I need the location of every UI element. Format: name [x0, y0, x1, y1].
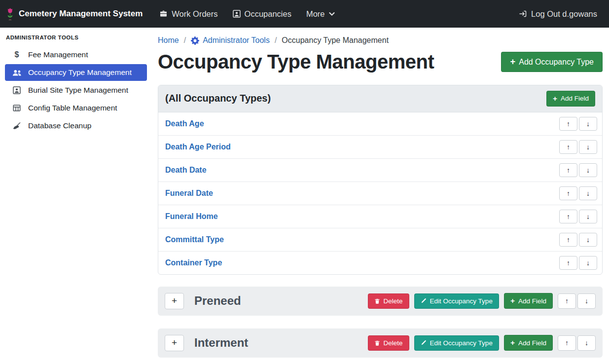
field-link[interactable]: Death Age Period [165, 143, 231, 151]
arrow-up-icon: ↑ [567, 259, 570, 267]
sidebar-nav: $ Fee Management Occupancy Type Manageme… [0, 46, 152, 134]
sidebar-item-occupancy-type-management[interactable]: Occupancy Type Management [5, 64, 147, 81]
logout-icon [519, 10, 527, 18]
add-occupancy-type-button[interactable]: + Add Occupancy Type [501, 52, 603, 72]
arrow-down-icon: ↓ [586, 166, 590, 174]
sidebar-item-config-table-management[interactable]: Config Table Management [5, 100, 147, 116]
field-row: Container Type ↑ ↓ [158, 251, 602, 274]
edit-occupancy-type-label: Edit Occupancy Type [430, 339, 493, 347]
sidebar-item-burial-site-type-management[interactable]: Burial Site Type Management [5, 82, 147, 99]
field-link[interactable]: Funeral Date [165, 189, 213, 198]
main-content: Home / Administrator Tools / Occupancy T… [152, 28, 609, 364]
section-actions: Delete Edit Occupancy Type + Add Field ↑ [368, 293, 596, 309]
move-up-button[interactable]: ↑ [559, 256, 577, 270]
field-link[interactable]: Death Date [165, 166, 207, 175]
add-field-button[interactable]: + Add Field [546, 91, 595, 107]
arrow-down-icon: ↓ [586, 143, 590, 151]
breadcrumb-separator: / [184, 36, 186, 45]
sidebar-item-fee-management[interactable]: $ Fee Management [5, 46, 147, 63]
move-up-button[interactable]: ↑ [558, 293, 576, 309]
app-brand[interactable]: Cemetery Management System [6, 7, 143, 21]
section-actions: Delete Edit Occupancy Type + Add Field ↑ [368, 335, 596, 351]
reorder-controls: ↑ ↓ [559, 233, 597, 247]
move-up-button[interactable]: ↑ [559, 140, 577, 154]
reorder-controls: ↑ ↓ [559, 117, 597, 131]
move-down-button[interactable]: ↓ [579, 210, 597, 223]
reorder-controls: ↑ ↓ [559, 163, 597, 177]
sidebar-item-label: Fee Management [28, 50, 88, 59]
move-down-button[interactable]: ↓ [579, 186, 597, 200]
field-link[interactable]: Funeral Home [165, 212, 218, 221]
breadcrumb-admin-tools[interactable]: Administrator Tools [191, 36, 270, 45]
arrow-up-icon: ↑ [567, 120, 570, 128]
add-field-label: Add Field [518, 339, 546, 347]
reorder-controls: ↑ ↓ [558, 335, 596, 351]
add-field-button[interactable]: + Add Field [504, 293, 553, 309]
breadcrumb-home[interactable]: Home [158, 36, 179, 45]
dollar-icon: $ [12, 50, 22, 59]
move-down-button[interactable]: ↓ [577, 293, 596, 309]
move-up-button[interactable]: ↑ [558, 335, 576, 351]
reorder-controls: ↑ ↓ [559, 256, 597, 270]
edit-occupancy-type-button[interactable]: Edit Occupancy Type [414, 335, 499, 351]
field-link[interactable]: Death Age [165, 119, 204, 128]
move-down-button[interactable]: ↓ [577, 335, 596, 351]
add-field-button[interactable]: + Add Field [504, 335, 553, 351]
plus-icon: + [172, 295, 177, 306]
top-navbar: Cemetery Management System Work Orders O… [0, 0, 609, 28]
expand-button[interactable]: + [165, 335, 184, 351]
plus-icon: + [510, 297, 515, 305]
arrow-down-icon: ↓ [586, 120, 590, 128]
logout-link[interactable]: Log Out d.gowans [519, 9, 597, 19]
move-down-button[interactable]: ↓ [579, 163, 597, 177]
move-down-button[interactable]: ↓ [579, 117, 597, 131]
sidebar-item-label: Occupancy Type Management [28, 68, 132, 77]
move-up-button[interactable]: ↑ [559, 186, 577, 200]
trash-icon [374, 298, 380, 304]
nav-more-label: More [306, 9, 325, 19]
add-field-label: Add Field [518, 297, 546, 305]
card-header: (All Occupancy Types) + Add Field [158, 85, 602, 112]
move-up-button[interactable]: ↑ [559, 163, 577, 177]
arrow-up-icon: ↑ [567, 213, 570, 220]
nav-occupancies-label: Occupancies [245, 9, 291, 19]
sidebar-item-label: Database Cleanup [28, 121, 91, 130]
delete-button[interactable]: Delete [368, 335, 409, 351]
main-nav: Work Orders Occupancies More [159, 9, 334, 19]
field-link[interactable]: Committal Type [165, 235, 224, 244]
field-row: Funeral Home ↑ ↓ [158, 205, 602, 228]
nav-more[interactable]: More [306, 9, 335, 19]
field-link[interactable]: Container Type [165, 258, 222, 267]
table-icon [12, 104, 22, 112]
nav-work-orders[interactable]: Work Orders [159, 9, 217, 19]
move-up-button[interactable]: ↑ [559, 233, 577, 247]
gear-icon [191, 36, 199, 45]
breadcrumb: Home / Administrator Tools / Occupancy T… [158, 36, 603, 45]
logout-label: Log Out d.gowans [531, 9, 597, 19]
delete-label: Delete [384, 297, 403, 305]
nav-occupancies[interactable]: Occupancies [233, 9, 291, 19]
plus-icon: + [510, 339, 515, 347]
occupancy-type-section-interment: + Interment Delete [158, 328, 603, 358]
arrow-down-icon: ↓ [585, 297, 588, 305]
move-down-button[interactable]: ↓ [579, 233, 597, 247]
edit-occupancy-type-button[interactable]: Edit Occupancy Type [414, 293, 499, 309]
delete-label: Delete [384, 339, 403, 347]
move-up-button[interactable]: ↑ [559, 117, 577, 131]
sidebar-item-label: Config Table Management [28, 104, 117, 112]
person-frame-icon [12, 86, 22, 94]
sidebar-item-database-cleanup[interactable]: Database Cleanup [5, 117, 147, 134]
field-row: Death Age Period ↑ ↓ [158, 135, 602, 158]
arrow-down-icon: ↓ [586, 259, 590, 267]
sidebar: Administrator Tools $ Fee Management Occ… [0, 28, 152, 364]
delete-button[interactable]: Delete [368, 293, 409, 309]
expand-button[interactable]: + [165, 293, 184, 309]
occupancy-type-name: Interment [194, 336, 248, 350]
move-down-button[interactable]: ↓ [579, 140, 597, 154]
sidebar-heading: Administrator Tools [0, 31, 152, 45]
move-down-button[interactable]: ↓ [579, 256, 597, 270]
breadcrumb-separator: / [275, 36, 277, 45]
add-field-label: Add Field [561, 95, 589, 102]
plus-icon: + [510, 57, 515, 66]
move-up-button[interactable]: ↑ [559, 210, 577, 223]
